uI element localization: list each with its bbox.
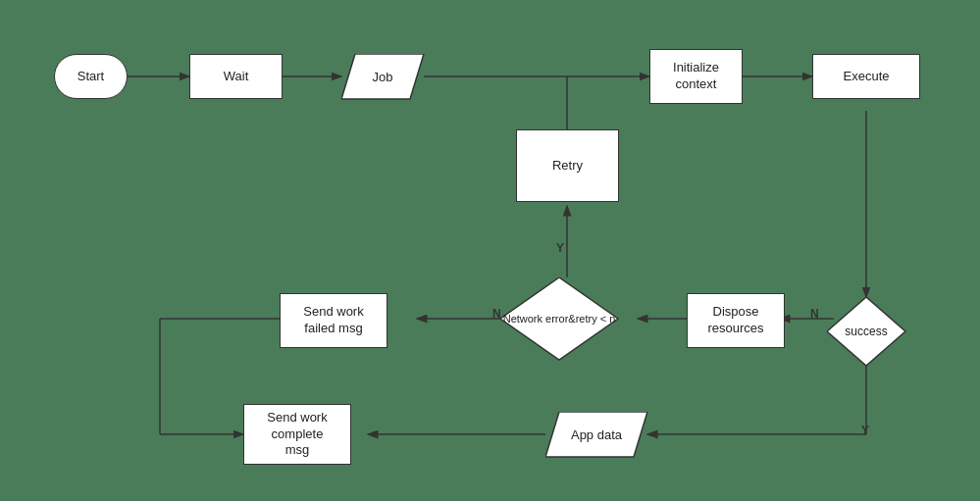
wait-node: Wait — [189, 54, 283, 99]
start-node: Start — [54, 54, 128, 99]
y-label-retry: Y — [556, 241, 564, 255]
n-label-network: N — [492, 307, 501, 321]
send-work-complete-node: Send work complete msg — [243, 404, 351, 465]
retry-node: Retry — [516, 129, 619, 202]
initialize-context-node: Initialize context — [649, 49, 743, 104]
send-work-failed-node: Send work failed msg — [280, 293, 387, 348]
app-data-node: App data — [545, 412, 647, 457]
network-error-diamond: Network error&retry < n — [500, 277, 618, 360]
y-label-appdata: Y — [861, 424, 869, 437]
n-label-success: N — [810, 307, 819, 321]
job-node: Job — [341, 54, 424, 99]
execute-node: Execute — [812, 54, 920, 99]
flowchart-diagram: Start Wait Job Initialize context Execut… — [0, 0, 980, 501]
